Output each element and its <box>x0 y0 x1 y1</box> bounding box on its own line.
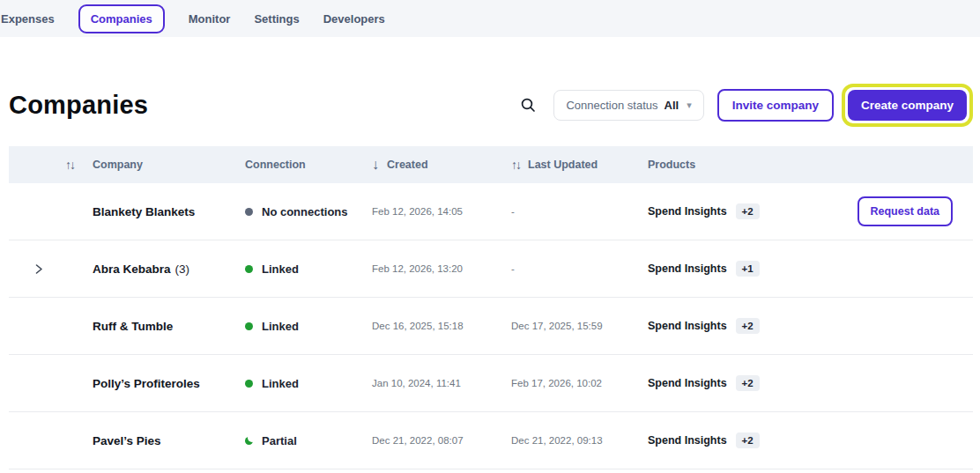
table-body: Blankety Blankets No connections Feb 12,… <box>9 183 973 469</box>
products-cell: Spend Insights +2 <box>648 375 815 391</box>
connection-cell: Linked <box>245 377 372 390</box>
table-header-row: ↑↓ Company Connection ↓ Created ↑↓ Last … <box>9 146 973 183</box>
created-date: Dec 16, 2025, 15:18 <box>372 321 511 331</box>
company-cell: Abra Kebabra(3) <box>93 261 245 277</box>
header-controls: Connection status All ▾ Invite company C… <box>519 84 973 127</box>
products-count-badge: +2 <box>736 318 760 334</box>
connection-status-label: Linked <box>262 377 299 390</box>
company-cell: Blankety Blankets <box>93 203 245 219</box>
table-row[interactable]: Blankety Blankets No connections Feb 12,… <box>9 183 973 240</box>
connection-status-icon <box>245 380 253 388</box>
created-date: Feb 12, 2026, 14:05 <box>372 206 511 217</box>
column-header-created[interactable]: ↓ Created <box>372 157 511 173</box>
nav-tab-settings[interactable]: Settings <box>254 12 299 26</box>
filter-label: Connection status <box>566 99 657 112</box>
column-header-products: Products <box>648 159 815 171</box>
connection-cell: Partial <box>245 434 372 447</box>
companies-table: ↑↓ Company Connection ↓ Created ↑↓ Last … <box>9 146 973 469</box>
column-header-company-sort[interactable]: ↑↓ <box>9 158 93 172</box>
company-cell: Ruff & Tumble <box>93 318 245 334</box>
invite-company-button[interactable]: Invite company <box>717 89 834 122</box>
nav-tab-expenses[interactable]: Expenses <box>1 12 55 26</box>
chevron-down-icon: ▾ <box>687 100 692 111</box>
connection-status-label: Partial <box>262 434 297 447</box>
expand-chevron-icon[interactable] <box>9 262 93 276</box>
connection-cell: Linked <box>245 320 372 333</box>
connection-status-icon <box>245 437 253 445</box>
sort-down-icon: ↓ <box>372 157 379 173</box>
page-content: Companies Connection status All ▾ Invite… <box>0 84 980 469</box>
last-updated-date: - <box>511 263 648 274</box>
column-header-company[interactable]: Company <box>93 159 245 171</box>
products-count-badge: +2 <box>736 203 760 219</box>
highlight-ring: Create company <box>842 84 973 127</box>
last-updated-date: Feb 17, 2026, 10:02 <box>511 378 648 388</box>
last-updated-date: Dec 21, 2022, 09:13 <box>511 435 648 446</box>
connection-status-icon <box>245 208 253 216</box>
company-count: (3) <box>175 262 190 276</box>
products-cell: Spend Insights +2 <box>648 318 815 334</box>
company-name: Ruff & Tumble <box>93 320 173 333</box>
page-header: Companies Connection status All ▾ Invite… <box>9 84 973 126</box>
product-label: Spend Insights <box>648 377 727 389</box>
last-updated-date: Dec 17, 2025, 15:59 <box>511 321 648 331</box>
page-title: Companies <box>9 91 148 120</box>
connection-status-filter[interactable]: Connection status All ▾ <box>553 90 703 121</box>
filter-value: All <box>664 99 679 112</box>
products-cell: Spend Insights +2 <box>648 203 815 219</box>
company-name: Abra Kebabra <box>93 262 171 276</box>
products-count-badge: +1 <box>736 261 760 277</box>
products-count-badge: +2 <box>736 432 760 448</box>
request-data-button[interactable]: Request data <box>858 196 954 226</box>
search-icon[interactable] <box>519 96 537 114</box>
connection-status-icon <box>245 265 253 273</box>
created-date: Dec 21, 2022, 08:07 <box>372 435 511 446</box>
table-row[interactable]: Polly’s Profiteroles Linked Jan 10, 2024… <box>9 355 973 412</box>
connection-cell: Linked <box>245 262 372 276</box>
product-label: Spend Insights <box>648 434 727 447</box>
connection-status-label: Linked <box>262 320 299 333</box>
products-cell: Spend Insights +1 <box>648 261 815 277</box>
company-name: Polly’s Profiteroles <box>93 377 200 390</box>
nav-tab-companies[interactable]: Companies <box>78 4 165 33</box>
nav-tab-monitor[interactable]: Monitor <box>189 12 231 26</box>
product-label: Spend Insights <box>648 320 727 332</box>
company-cell: Pavel’s Pies <box>93 432 245 448</box>
products-count-badge: +2 <box>736 375 760 391</box>
sort-both-icon: ↑↓ <box>511 158 520 172</box>
nav-tab-developers[interactable]: Developers <box>323 12 385 26</box>
company-name: Pavel’s Pies <box>93 434 161 447</box>
created-date: Jan 10, 2024, 11:41 <box>372 378 511 388</box>
top-nav: ExpensesCompaniesMonitorSettingsDevelope… <box>0 0 980 37</box>
connection-cell: No connections <box>245 205 372 218</box>
action-cell: Request data <box>815 196 973 226</box>
table-row[interactable]: Abra Kebabra(3) Linked Feb 12, 2026, 13:… <box>9 240 973 298</box>
column-header-connection: Connection <box>245 159 372 171</box>
product-label: Spend Insights <box>648 205 727 218</box>
connection-status-label: Linked <box>262 262 299 276</box>
product-label: Spend Insights <box>648 262 727 275</box>
column-header-last-updated[interactable]: ↑↓ Last Updated <box>511 158 648 172</box>
company-name: Blankety Blankets <box>93 205 195 218</box>
sort-both-icon: ↑↓ <box>65 158 74 172</box>
products-cell: Spend Insights +2 <box>648 432 815 448</box>
create-company-button[interactable]: Create company <box>848 90 967 121</box>
connection-status-label: No connections <box>262 205 348 218</box>
table-row[interactable]: Pavel’s Pies Partial Dec 21, 2022, 08:07… <box>9 412 973 469</box>
table-row[interactable]: Ruff & Tumble Linked Dec 16, 2025, 15:18… <box>9 298 973 355</box>
connection-status-icon <box>245 322 253 330</box>
company-cell: Polly’s Profiteroles <box>93 375 245 391</box>
created-date: Feb 12, 2026, 13:20 <box>372 263 511 274</box>
last-updated-date: - <box>511 206 648 217</box>
